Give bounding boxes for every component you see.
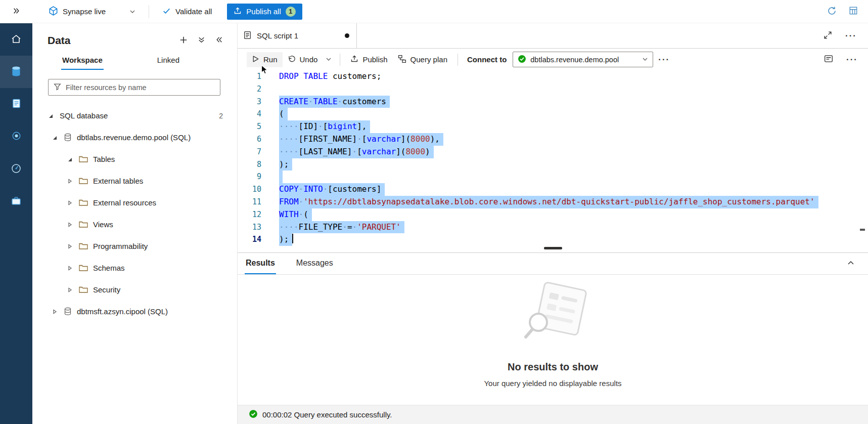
toolbar-more-button[interactable]: ··· xyxy=(653,52,675,67)
code-line-4[interactable]: 4( xyxy=(238,108,868,120)
run-label: Run xyxy=(263,55,278,64)
code-line-12[interactable]: 12WITH·( xyxy=(238,208,868,221)
properties-panel-button[interactable] xyxy=(849,6,858,17)
code-line-5[interactable]: 5····[ID]·[bigint], xyxy=(238,120,868,133)
undo-label: Undo xyxy=(300,55,318,64)
collapse-panel-button[interactable] xyxy=(215,36,223,45)
nav-integrate-button[interactable] xyxy=(0,120,32,153)
code-line-11[interactable]: 11FROM·'https://dbtlabsynapsedatalake.bl… xyxy=(238,196,868,208)
success-check-icon xyxy=(518,55,526,65)
briefcase-icon xyxy=(10,195,22,208)
chevron-up-icon xyxy=(847,259,855,269)
chevron-collapsed-icon[interactable] xyxy=(66,222,74,228)
undo-icon xyxy=(288,55,296,64)
chevron-collapsed-icon[interactable] xyxy=(66,265,74,271)
refresh-icon xyxy=(827,6,837,17)
publish-button[interactable]: Publish xyxy=(345,52,392,67)
line-number: 3 xyxy=(238,96,269,108)
folder-icon xyxy=(79,221,88,228)
sql-code-editor[interactable]: 1DROP TABLE customers;23CREATE·TABLE·cus… xyxy=(238,70,868,252)
ellipsis-icon: ··· xyxy=(658,55,670,64)
code-line-14[interactable]: 14); xyxy=(238,233,868,246)
tree-item-sql-database[interactable]: SQL database2 xyxy=(32,105,237,126)
tree-item-views[interactable]: Views xyxy=(32,214,237,235)
run-icon xyxy=(252,55,259,64)
tree-item-dbtmsft-azsyn-cipool-sql[interactable]: dbtmsft.azsyn.cipool (SQL) xyxy=(32,301,237,322)
undo-button[interactable]: Undo xyxy=(283,52,323,67)
code-line-1[interactable]: 1DROP TABLE customers; xyxy=(238,70,868,83)
collapse-results-button[interactable] xyxy=(847,259,855,269)
editor-area: SQL script 1 ··· xyxy=(238,23,868,424)
code-line-9[interactable]: 9 xyxy=(238,171,868,183)
undo-dropdown-button[interactable] xyxy=(323,52,335,67)
script-pane-button[interactable] xyxy=(824,54,833,65)
chevron-expanded-icon[interactable] xyxy=(66,156,74,162)
chevron-collapsed-icon[interactable] xyxy=(66,287,74,293)
resource-tree: SQL database2dbtlabs.revenue.demo.pool (… xyxy=(32,105,237,322)
empty-results-title: No results to show xyxy=(508,361,598,373)
chevron-collapsed-icon[interactable] xyxy=(66,200,74,206)
tree-item-programmability[interactable]: Programmability xyxy=(32,235,237,257)
mode-selector[interactable]: Synapse live xyxy=(49,6,135,17)
expand-all-button[interactable] xyxy=(198,36,205,45)
editor-more-actions-button[interactable]: ··· xyxy=(846,55,858,64)
refresh-button[interactable] xyxy=(827,6,837,17)
code-line-2[interactable]: 2 xyxy=(238,83,868,96)
code-line-10[interactable]: 10COPY·INTO·[customers] xyxy=(238,183,868,196)
tab-linked[interactable]: Linked xyxy=(156,52,180,70)
chevron-down-icon[interactable] xyxy=(129,9,135,15)
divider xyxy=(149,5,149,18)
item-count: 2 xyxy=(219,112,223,120)
code-line-7[interactable]: 7····[LAST_NAME]·[varchar](8000) xyxy=(238,146,868,158)
nav-home-button[interactable] xyxy=(0,23,32,56)
publish-all-button[interactable]: Publish all 1 xyxy=(227,4,302,20)
run-button[interactable]: Run xyxy=(247,52,283,67)
chevron-collapsed-icon[interactable] xyxy=(66,243,74,249)
tree-item-dbtlabs-revenue-demo-pool-sql[interactable]: dbtlabs.revenue.demo.pool (SQL) xyxy=(32,126,237,148)
code-line-8[interactable]: 8); xyxy=(238,158,868,171)
nav-monitor-button[interactable] xyxy=(0,153,32,185)
double-chevron-left-icon xyxy=(215,36,223,45)
home-icon xyxy=(10,33,22,47)
results-splitter-handle[interactable] xyxy=(544,247,562,249)
tree-item-external-tables[interactable]: External tables xyxy=(32,170,237,192)
code-line-3[interactable]: 3CREATE·TABLE·customers xyxy=(238,96,868,108)
chevron-expanded-icon[interactable] xyxy=(51,135,59,141)
filter-input[interactable] xyxy=(66,83,215,92)
expand-nav-button[interactable] xyxy=(0,0,32,23)
tree-item-label: Programmability xyxy=(93,242,148,250)
tab-sql-script-1[interactable]: SQL script 1 xyxy=(238,23,357,48)
tab-more-actions-button[interactable]: ··· xyxy=(845,31,857,40)
folder-icon xyxy=(79,242,88,250)
line-number: 9 xyxy=(238,171,269,183)
folder-icon xyxy=(79,199,88,206)
synapse-studio-window: Synapse live Validate all Publish all 1 xyxy=(0,0,868,424)
code-line-6[interactable]: 6····[FIRST_NAME]·[varchar](8000), xyxy=(238,133,868,146)
tab-messages[interactable]: Messages xyxy=(295,253,334,274)
expand-editor-button[interactable] xyxy=(824,31,832,41)
query-plan-icon xyxy=(398,55,406,65)
chevron-collapsed-icon[interactable] xyxy=(51,309,59,315)
tree-item-schemas[interactable]: Schemas xyxy=(32,257,237,279)
tree-item-external-resources[interactable]: External resources xyxy=(32,192,237,214)
tree-item-security[interactable]: Security xyxy=(32,279,237,301)
chevron-expanded-icon[interactable] xyxy=(47,113,55,119)
code-line-13[interactable]: 13····FILE_TYPE·=·'PARQUET' xyxy=(238,221,868,234)
pool-dropdown[interactable]: dbtlabs.revenue.demo.pool xyxy=(513,52,653,67)
filter-box[interactable] xyxy=(48,79,220,96)
line-number: 12 xyxy=(238,208,269,221)
chevron-collapsed-icon[interactable] xyxy=(66,178,74,184)
tab-workspace[interactable]: Workspace xyxy=(61,52,104,70)
code-lines: 1DROP TABLE customers;23CREATE·TABLE·cus… xyxy=(238,70,868,246)
query-plan-button[interactable]: Query plan xyxy=(393,52,452,68)
document-tab-strip: SQL script 1 ··· xyxy=(238,23,868,49)
nav-data-button[interactable] xyxy=(0,56,32,88)
nav-manage-button[interactable] xyxy=(0,185,32,218)
validate-all-button[interactable]: Validate all xyxy=(162,7,212,17)
tab-results[interactable]: Results xyxy=(245,253,276,274)
results-panel-header: Results Messages xyxy=(238,252,868,275)
pipeline-icon xyxy=(11,130,22,143)
tree-item-tables[interactable]: Tables xyxy=(32,148,237,170)
add-resource-button[interactable] xyxy=(179,36,188,46)
nav-develop-button[interactable] xyxy=(0,88,32,120)
